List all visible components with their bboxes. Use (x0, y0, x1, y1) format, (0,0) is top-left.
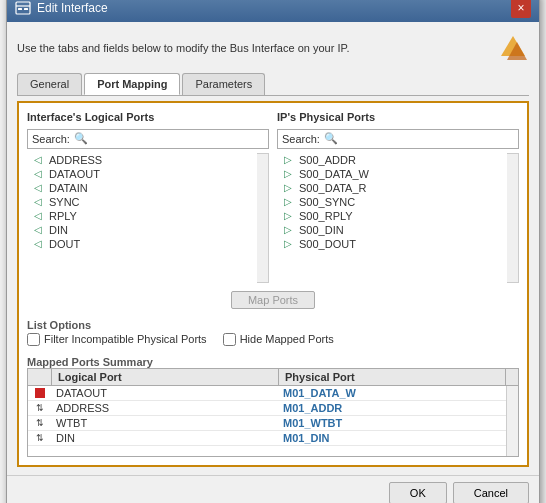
mapped-table-body: DATAOUT M01_DATA_W ⇅ ADDRESS M01_ADDR (28, 386, 506, 456)
port-name: S00_DATA_R (299, 182, 366, 194)
logo-icon (497, 32, 529, 64)
port-name: DOUT (49, 238, 80, 250)
list-item[interactable]: ▷ S00_DOUT (277, 237, 507, 251)
port-dir-icon: ◁ (31, 196, 45, 207)
physical-search-input[interactable] (342, 133, 514, 145)
tab-parameters[interactable]: Parameters (182, 73, 265, 95)
list-item[interactable]: ◁ RPLY (27, 209, 257, 223)
title-bar: Edit Interface × (7, 0, 539, 22)
filter-checkbox-label[interactable]: Filter Incompatible Physical Ports (27, 333, 207, 346)
port-dir-icon: ▷ (281, 154, 295, 165)
list-item[interactable]: ◁ SYNC (27, 195, 257, 209)
list-options-section: List Options Filter Incompatible Physica… (27, 317, 519, 348)
port-dir-icon: ▷ (281, 182, 295, 193)
list-item[interactable]: ▷ S00_DATA_W (277, 167, 507, 181)
mapped-scrollbar[interactable] (506, 386, 518, 456)
checkboxes-row: Filter Incompatible Physical Ports Hide … (27, 331, 519, 348)
row-icon-arrows: ⇅ (28, 417, 52, 429)
list-item[interactable]: ◁ DATAIN (27, 181, 257, 195)
table-row[interactable]: ⇅ WTBT M01_WTBT (28, 416, 506, 431)
mapped-summary-label: Mapped Ports Summary (27, 354, 519, 368)
port-dir-icon: ◁ (31, 224, 45, 235)
edit-interface-dialog: Edit Interface × Use the tabs and fields… (6, 0, 540, 503)
arrows-icon: ⇅ (36, 418, 44, 428)
logical-search-input[interactable] (92, 133, 264, 145)
list-item[interactable]: ▷ S00_ADDR (277, 153, 507, 167)
list-item[interactable]: ◁ ADDRESS (27, 153, 257, 167)
physical-port-list-wrapper: ▷ S00_ADDR ▷ S00_DATA_W ▷ S00_DATA_R (277, 153, 519, 283)
svg-rect-0 (16, 2, 30, 14)
port-name: S00_DOUT (299, 238, 356, 250)
tab-port-mapping[interactable]: Port Mapping (84, 73, 180, 95)
physical-search-row: Search: 🔍 (277, 129, 519, 149)
col-header-logical: Logical Port (52, 369, 279, 385)
port-dir-icon: ▷ (281, 210, 295, 221)
red-square-icon (35, 388, 45, 398)
close-button[interactable]: × (511, 0, 531, 18)
physical-port-list: ▷ S00_ADDR ▷ S00_DATA_W ▷ S00_DATA_R (277, 153, 507, 283)
logical-cell: DIN (52, 431, 279, 445)
physical-search-icon: 🔍 (324, 132, 338, 145)
row-icon-red (28, 387, 52, 399)
physical-scrollbar[interactable] (507, 153, 519, 283)
dialog-icon (15, 0, 31, 16)
physical-ports-column: IP's Physical Ports Search: 🔍 ▷ S00_ADDR (277, 111, 519, 283)
table-row[interactable]: DATAOUT M01_DATA_W (28, 386, 506, 401)
list-item[interactable]: ▷ S00_RPLY (277, 209, 507, 223)
table-row[interactable]: ⇅ ADDRESS M01_ADDR (28, 401, 506, 416)
col-header-physical: Physical Port (279, 369, 506, 385)
logical-cell: DATAOUT (52, 386, 279, 400)
svg-rect-2 (18, 8, 22, 10)
tab-content: Interface's Logical Ports Search: 🔍 ◁ AD… (17, 101, 529, 467)
port-dir-icon: ◁ (31, 182, 45, 193)
hide-label: Hide Mapped Ports (240, 333, 334, 345)
arrows-icon: ⇅ (36, 433, 44, 443)
cancel-button[interactable]: Cancel (453, 482, 529, 504)
port-columns: Interface's Logical Ports Search: 🔍 ◁ AD… (27, 111, 519, 283)
logical-search-label: Search: (32, 133, 70, 145)
filter-incompatible-checkbox[interactable] (27, 333, 40, 346)
arrows-icon: ⇅ (36, 403, 44, 413)
hide-mapped-checkbox-label[interactable]: Hide Mapped Ports (223, 333, 334, 346)
physical-ports-header: IP's Physical Ports (277, 111, 519, 125)
port-name: S00_ADDR (299, 154, 356, 166)
map-ports-row: Map Ports (27, 289, 519, 311)
port-name: DATAOUT (49, 168, 100, 180)
info-text: Use the tabs and fields below to modify … (17, 42, 497, 54)
filter-label: Filter Incompatible Physical Ports (44, 333, 207, 345)
table-row[interactable]: ⇅ DIN M01_DIN (28, 431, 506, 446)
port-name: S00_RPLY (299, 210, 353, 222)
port-dir-icon: ◁ (31, 210, 45, 221)
port-name: ADDRESS (49, 154, 102, 166)
port-dir-icon: ▷ (281, 238, 295, 249)
dialog-title: Edit Interface (37, 1, 108, 15)
physical-cell: M01_ADDR (279, 401, 506, 415)
port-name: S00_SYNC (299, 196, 355, 208)
list-item[interactable]: ◁ DATAOUT (27, 167, 257, 181)
hide-mapped-checkbox[interactable] (223, 333, 236, 346)
logical-search-icon: 🔍 (74, 132, 88, 145)
port-name: S00_DIN (299, 224, 344, 236)
port-dir-icon: ▷ (281, 196, 295, 207)
logical-cell: ADDRESS (52, 401, 279, 415)
logical-ports-header: Interface's Logical Ports (27, 111, 269, 125)
logical-scrollbar[interactable] (257, 153, 269, 283)
port-dir-icon: ▷ (281, 224, 295, 235)
logical-ports-column: Interface's Logical Ports Search: 🔍 ◁ AD… (27, 111, 269, 283)
logical-port-list-wrapper: ◁ ADDRESS ◁ DATAOUT ◁ DATAIN (27, 153, 269, 283)
port-dir-icon: ◁ (31, 238, 45, 249)
list-item[interactable]: ▷ S00_SYNC (277, 195, 507, 209)
list-item[interactable]: ◁ DIN (27, 223, 257, 237)
list-item[interactable]: ▷ S00_DIN (277, 223, 507, 237)
physical-search-label: Search: (282, 133, 320, 145)
port-dir-icon: ◁ (31, 154, 45, 165)
port-name: RPLY (49, 210, 77, 222)
port-dir-icon: ◁ (31, 168, 45, 179)
logical-search-row: Search: 🔍 (27, 129, 269, 149)
map-ports-button[interactable]: Map Ports (231, 291, 315, 309)
list-item[interactable]: ▷ S00_DATA_R (277, 181, 507, 195)
list-item[interactable]: ◁ DOUT (27, 237, 257, 251)
ok-button[interactable]: OK (389, 482, 447, 504)
tab-general[interactable]: General (17, 73, 82, 95)
list-options-label: List Options (27, 317, 519, 331)
